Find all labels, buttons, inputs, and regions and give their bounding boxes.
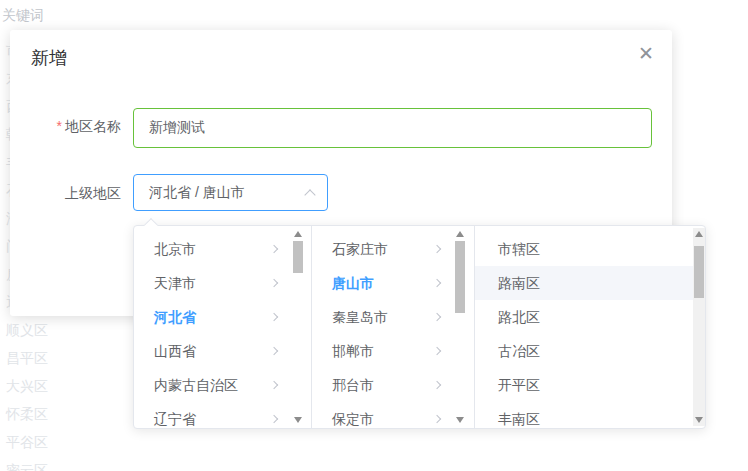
cascader-option[interactable]: 市辖区: [475, 232, 693, 266]
scrollbar[interactable]: [292, 228, 304, 426]
cascader-option[interactable]: 辽宁省: [134, 402, 311, 436]
scroll-down-icon[interactable]: [695, 417, 703, 423]
cascader-option[interactable]: 天津市: [134, 266, 311, 300]
list-item: 大兴区: [6, 372, 62, 400]
cascader-option[interactable]: 路北区: [475, 300, 693, 334]
scrollbar[interactable]: [454, 228, 466, 426]
parent-region-value: 河北省 / 唐山市: [149, 175, 245, 210]
keyword-search-placeholder: 关键词: [2, 7, 44, 25]
chevron-right-icon: [433, 313, 441, 321]
cascader-option[interactable]: 丰南区: [475, 402, 693, 436]
list-item: 怀柔区: [6, 400, 62, 428]
scroll-up-icon[interactable]: [695, 231, 703, 237]
parent-region-select[interactable]: 河北省 / 唐山市: [133, 174, 328, 211]
cascader-option[interactable]: 内蒙古自治区: [134, 368, 311, 402]
scroll-down-icon[interactable]: [294, 417, 302, 423]
chevron-right-icon: [433, 415, 441, 423]
cascader-column-provinces: 北京市 天津市 河北省 山西省 内蒙古自治区 辽宁省: [134, 226, 312, 428]
chevron-right-icon: [433, 245, 441, 253]
chevron-right-icon: [270, 245, 278, 253]
chevron-right-icon: [270, 381, 278, 389]
chevron-right-icon: [270, 347, 278, 355]
cascader-option[interactable]: 石家庄市: [312, 232, 474, 266]
scroll-up-icon[interactable]: [456, 231, 464, 237]
scrollbar[interactable]: [693, 228, 705, 426]
cascader-option[interactable]: 保定市: [312, 402, 474, 436]
list-item: 顺义区: [6, 316, 62, 344]
cascader-column-districts: 市辖区 路南区 路北区 古冶区 开平区 丰南区: [475, 226, 706, 428]
cascader-option[interactable]: 秦皇岛市: [312, 300, 474, 334]
cascader-option[interactable]: 邯郸市: [312, 334, 474, 368]
chevron-right-icon: [433, 347, 441, 355]
close-icon[interactable]: ✕: [634, 42, 658, 66]
chevron-right-icon: [270, 415, 278, 423]
cascader-option-active[interactable]: 河北省: [134, 300, 311, 334]
cascader-option[interactable]: 古冶区: [475, 334, 693, 368]
scroll-thumb[interactable]: [694, 246, 704, 298]
chevron-right-icon: [270, 313, 278, 321]
cascader-option-active[interactable]: 唐山市: [312, 266, 474, 300]
chevron-right-icon: [433, 381, 441, 389]
cascader-column-cities: 石家庄市 唐山市 秦皇岛市 邯郸市 邢台市 保定市: [312, 226, 475, 428]
required-asterisk: *: [57, 118, 62, 134]
list-item: 平谷区: [6, 428, 62, 456]
list-item: 昌平区: [6, 344, 62, 372]
dialog-title: 新增: [31, 46, 67, 70]
list-item: 密云区: [6, 456, 62, 471]
cascader-option[interactable]: 北京市: [134, 232, 311, 266]
scroll-thumb[interactable]: [293, 241, 303, 273]
scroll-thumb[interactable]: [455, 241, 465, 313]
parent-region-label: 上级地区: [10, 185, 121, 203]
cascader-option[interactable]: 开平区: [475, 368, 693, 402]
scroll-down-icon[interactable]: [456, 417, 464, 423]
chevron-up-icon: [304, 189, 315, 200]
page: 关键词 市辖区 东城区 西城区 朝阳区 丰台区 石景山区 海淀区 门头沟区 房山…: [0, 0, 748, 471]
region-name-label: *地区名称: [10, 118, 121, 136]
cascader-option[interactable]: 邢台市: [312, 368, 474, 402]
cascader-option[interactable]: 山西省: [134, 334, 311, 368]
chevron-right-icon: [433, 279, 441, 287]
region-name-input[interactable]: [133, 108, 652, 148]
chevron-right-icon: [270, 279, 278, 287]
cascader-dropdown: 北京市 天津市 河北省 山西省 内蒙古自治区 辽宁省 石家庄市 唐山市 秦皇岛市…: [133, 225, 706, 429]
cascader-option-hovered[interactable]: 路南区: [475, 266, 693, 300]
scroll-up-icon[interactable]: [294, 231, 302, 237]
